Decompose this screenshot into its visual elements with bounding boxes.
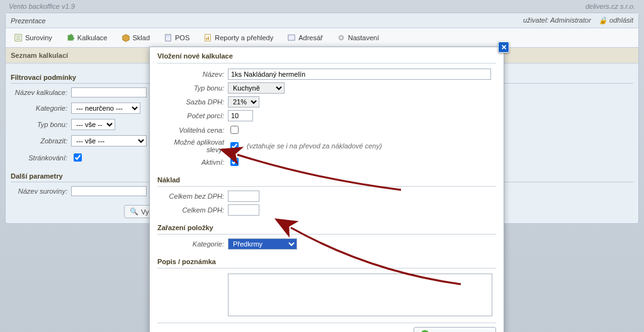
calculator-icon [164,33,172,42]
m-porci-label: Počet porcí: [157,112,224,119]
typ-bonu-select[interactable]: --- vše --- [71,119,115,130]
nazev-kalkulace-label: Název kalkulace: [11,89,67,96]
close-icon[interactable]: ✕ [498,42,509,53]
submit-button[interactable]: ✓ Vytvořit kalkulaci [414,327,496,332]
strankovani-label: Stránkování: [11,154,67,162]
company-name: delivers.cz s.r.o. [585,3,635,10]
m-aktivni-label: Aktivní: [157,158,224,166]
m-celkembez-label: Celkem bez DPH: [157,192,224,200]
m-celkembez-input[interactable] [228,191,259,202]
m-slevy-hint: (vztahuje se i na převod za nákladové ce… [247,142,382,150]
magnifier-icon: 🔍 [130,208,138,216]
nazev-suroviny-label: Název suroviny: [11,187,67,195]
svg-rect-8 [206,38,208,40]
m-typbonu-label: Typ bonu: [157,84,224,92]
report-icon [203,33,212,42]
m-celkemdph-input[interactable] [228,204,259,216]
m-volitelna-label: Volitelná cena: [157,126,224,134]
m-slevy-checkbox[interactable] [230,142,239,150]
gear-icon [337,33,346,42]
m-porci-input[interactable] [228,110,253,121]
m-sazba-select[interactable]: 21% [228,96,259,108]
new-kalkulace-modal: ✕ Vložení nové kalkulace Název: Typ bonu… [149,47,504,332]
m-naklad-title: Náklad [157,173,496,187]
svg-marker-4 [122,35,129,42]
svg-rect-9 [208,36,209,40]
app-title: Vento backoffice v1.9 [9,3,75,10]
typ-bonu-label: Typ bonu: [11,121,67,128]
puzzle-icon [66,33,75,42]
nav-pos[interactable]: POS [158,30,195,45]
nav-reporty[interactable]: Reporty a přehledy [198,30,279,45]
zobrazit-select[interactable]: --- vše --- [71,135,147,147]
lock-icon: 🔒 [599,16,607,24]
m-slevy-label: Možné aplikovat slevy: [157,138,224,153]
user-label: uživatel: Administrator [523,16,591,24]
m-kategorie-label: Kategorie: [157,240,224,248]
kategorie-select[interactable]: --- neurčeno --- [71,102,140,114]
book-icon [287,33,296,42]
nav-adresar[interactable]: Adresář [281,30,329,45]
list-icon [14,33,23,42]
strankovani-checkbox[interactable] [74,153,82,162]
box-icon [121,33,130,42]
m-kategorie-select[interactable]: Předkrmy [228,238,297,250]
m-nazev-label: Název: [157,70,224,78]
modal-title: Vložení nové kalkulace [157,52,496,64]
nav-sklad[interactable]: Sklad [116,30,156,45]
svg-point-11 [340,36,342,39]
nav-nastaveni[interactable]: Nastavení [331,30,385,45]
m-popis-title: Popis / poznámka [157,255,496,268]
svg-rect-6 [166,35,171,37]
m-typbonu-select[interactable]: Kuchyně [228,82,285,94]
nazev-kalkulace-input[interactable] [71,87,147,97]
m-volitelna-checkbox[interactable] [230,126,239,134]
zobrazit-label: Zobrazit: [11,137,67,145]
main-nav: Suroviny Kalkulace Sklad POS Reporty a p… [6,28,638,48]
m-nazev-input[interactable] [228,69,491,80]
m-aktivni-checkbox[interactable] [230,158,239,166]
nav-suroviny[interactable]: Suroviny [8,30,58,45]
breadcrumb: Prezentace [11,17,46,25]
m-celkemdph-label: Celkem DPH: [157,206,224,214]
m-sazba-label: Sazba DPH: [157,98,224,106]
nav-kalkulace[interactable]: Kalkulace [60,30,113,45]
kategorie-label: Kategorie: [11,104,67,112]
logout-link[interactable]: 🔒odhlásit [599,16,633,24]
m-popis-textarea[interactable] [228,274,492,316]
m-zarazeni-title: Zařazení položky [157,221,496,235]
nazev-suroviny-input[interactable] [71,186,147,196]
